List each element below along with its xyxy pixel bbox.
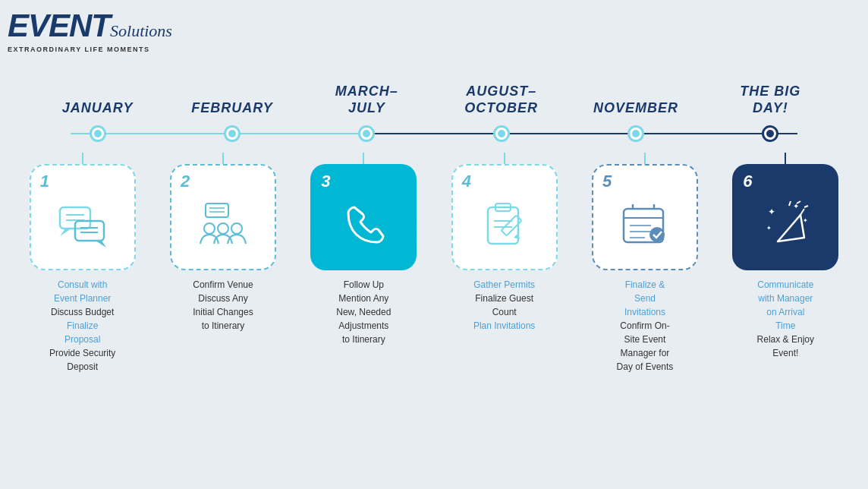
svg-marker-3 [60,229,71,236]
step-1-texts: Consult withEvent Planner Discuss Budget… [22,278,143,374]
step-card-2: 2 [170,164,276,270]
step-number-2: 2 [181,172,190,191]
svg-text:✦: ✦ [803,217,808,224]
month-label-1: January [30,100,165,117]
month-label-2: February [165,100,299,117]
timeline-dot-4 [493,125,510,142]
timeline-container: January February March–July August–Octob… [8,84,860,374]
step-3-text-1: Follow Up [303,278,424,292]
step-1-text-4: Provide SecurityDeposit [22,346,143,374]
step-icon-3 [339,200,388,249]
step-icon-1 [56,200,109,249]
logo-event: EVENT [8,8,110,43]
step-number-4: 4 [462,172,471,191]
step-icon-5 [618,200,672,249]
month-label-3: March–July [300,84,434,116]
step-icon-6: ✦ ✦ ✦ ✦ [759,200,812,249]
step-1-text-1: Consult withEvent Planner [22,278,143,305]
step-2-col: 2 [156,153,290,374]
month-labels-row: January February March–July August–Octob… [8,84,860,116]
timeline-dot-1 [90,125,106,142]
timeline-dots [30,125,838,142]
connector-2 [222,153,224,164]
logo-solutions: Solutions [110,21,172,40]
step-number-6: 6 [743,172,752,191]
svg-point-12 [218,223,228,234]
step-2-text-2: Discuss AnyInitial Changesto Itinerary [162,292,284,333]
connector-3 [363,153,364,164]
logo-tagline: EXTRAORDINARY LIFE MOMENTS [8,46,172,53]
connector-1 [82,153,83,164]
timeline-line [30,122,838,145]
step-1-text-3: FinalizeProposal [22,319,143,346]
step-icon-2 [194,200,251,249]
connector-6 [785,153,786,164]
step-4-texts: Gather Permits Finalize GuestCount Plan … [444,278,565,333]
steps-row: 1 Consult withEvent Pla [8,153,860,374]
logo-area: EVENTSolutions EXTRAORDINARY LIFE MOMENT… [8,8,172,53]
logo-brand: EVENTSolutions [8,8,172,44]
step-card-5: 5 [592,164,698,270]
step-5-col: 5 [577,153,712,374]
svg-line-35 [804,206,808,207]
timeline-dot-3 [358,125,375,142]
step-4-text-2: Finalize GuestCount [444,292,565,319]
step-1-col: 1 Consult withEvent Pla [15,153,149,374]
step-card-6: 6 ✦ ✦ ✦ ✦ [732,164,838,270]
step-6-texts: Communicatewith Manageron ArrivalTime Re… [725,278,846,360]
step-4-text-3: Plan Invitations [444,319,565,333]
svg-rect-14 [488,207,518,244]
timeline-dot-5 [627,125,644,142]
step-card-4: 4 [451,164,558,270]
step-icon-4 [479,200,530,249]
step-card-3: 3 [310,164,417,270]
step-card-1: 1 [30,164,136,270]
step-number-3: 3 [321,172,330,191]
step-1-text-2: Discuss Budget [22,305,143,319]
svg-point-11 [204,223,215,234]
timeline-dot-6 [762,125,778,142]
month-label-5: November [568,100,703,117]
connector-4 [504,153,505,164]
month-label-6: The BigDay! [703,84,838,116]
svg-rect-8 [206,203,228,217]
month-label-4: August–October [434,84,568,116]
step-6-text-2: Relax & EnjoyEvent! [725,333,846,360]
connector-5 [644,153,646,164]
timeline-dot-2 [224,125,241,142]
svg-point-13 [231,223,242,234]
svg-marker-7 [96,241,106,248]
step-5-text-1: Finalize &SendInvitations [584,278,706,319]
step-6-text-1: Communicatewith Manageron ArrivalTime [725,278,846,333]
step-5-text-2: Confirm On-Site EventManager forDay of E… [584,319,706,374]
step-3-col: 3 Follow Up Mention AnyNew, NeededAdjust… [297,153,431,374]
step-3-texts: Follow Up Mention AnyNew, NeededAdjustme… [303,278,424,346]
svg-text:✦: ✦ [766,225,772,232]
step-number-5: 5 [602,172,612,191]
step-2-texts: Confirm Venue Discuss AnyInitial Changes… [162,278,284,333]
step-number-1: 1 [40,172,49,191]
svg-point-27 [649,227,665,242]
step-6-col: 6 ✦ ✦ ✦ ✦ [719,153,853,374]
step-5-texts: Finalize &SendInvitations Confirm On-Sit… [584,278,706,374]
svg-line-33 [789,201,791,206]
step-2-text-1: Confirm Venue [162,278,284,292]
svg-marker-28 [778,215,804,241]
step-4-col: 4 Gather Permits Finalize Gu [437,153,571,374]
step-3-text-2: Mention AnyNew, NeededAdjustmentsto Itin… [303,292,424,346]
svg-text:✦: ✦ [768,207,775,217]
step-4-text-1: Gather Permits [444,278,565,292]
